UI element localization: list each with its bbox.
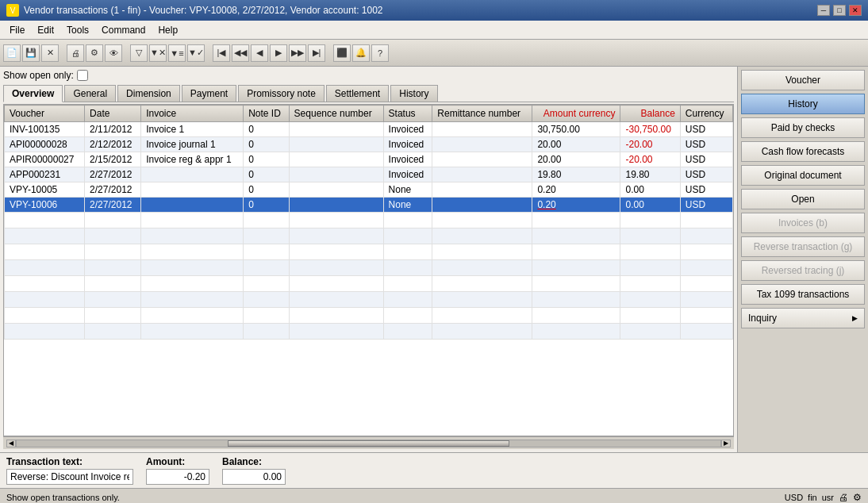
tab-payment[interactable]: Payment [182, 85, 236, 102]
cell-1: 2/11/2012 [85, 122, 141, 137]
scroll-right-btn[interactable]: ▶ [721, 440, 731, 447]
col-status[interactable]: Status [383, 106, 432, 122]
nav-last-btn[interactable]: ▶| [308, 44, 325, 62]
restore-btn[interactable]: □ [833, 5, 846, 16]
nav-next-fast-btn[interactable]: ▶▶ [289, 44, 306, 62]
col-currency[interactable]: Currency [680, 106, 732, 122]
cell-4 [289, 182, 383, 198]
menu-file[interactable]: File [3, 23, 31, 37]
new-btn[interactable]: 📄 [3, 44, 21, 62]
hscroll-thumb[interactable] [228, 440, 509, 447]
tab-settlement[interactable]: Settlement [326, 85, 389, 102]
cash-flow-btn[interactable]: Cash flow forecasts [741, 141, 865, 162]
printer-status-icon[interactable]: 🖨 [839, 492, 848, 503]
col-amount[interactable]: Amount currency [532, 106, 620, 122]
col-balance[interactable]: Balance [620, 106, 680, 122]
help-btn[interactable]: ? [371, 44, 389, 62]
cell-8: -20.00 [620, 152, 680, 167]
left-content: Show open only: Overview General Dimensi… [0, 67, 737, 452]
tax1099-btn[interactable]: Tax 1099 transactions [741, 284, 865, 305]
tab-promissory[interactable]: Promissory note [238, 85, 325, 102]
filter-clear-btn[interactable]: ▼✕ [149, 44, 167, 62]
open-btn[interactable]: Open [741, 189, 865, 209]
col-remit[interactable]: Remittance number [432, 106, 532, 122]
print-preview-btn[interactable]: 👁 [105, 44, 122, 62]
tab-overview[interactable]: Overview [3, 85, 63, 102]
amount-label: Amount: [146, 456, 209, 467]
tab-general[interactable]: General [64, 85, 116, 102]
scroll-left-btn[interactable]: ◀ [6, 440, 16, 447]
settings-status-icon[interactable]: ⚙ [853, 492, 862, 503]
currency-indicator: USD [785, 493, 803, 502]
col-invoice[interactable]: Invoice [141, 106, 244, 122]
menu-command[interactable]: Command [95, 23, 152, 37]
cell-8: 19.80 [620, 167, 680, 182]
minimize-btn[interactable]: ─ [817, 5, 830, 16]
paid-checks-btn[interactable]: Paid by checks [741, 117, 865, 138]
filter-btn[interactable]: ▽ [130, 44, 148, 62]
history-btn[interactable]: History [741, 94, 865, 114]
table-row[interactable] [5, 324, 733, 340]
cell-1: 2/12/2012 [85, 137, 141, 152]
col-date[interactable]: Date [85, 106, 141, 122]
menu-edit[interactable]: Edit [31, 23, 60, 37]
print-btn[interactable]: 🖨 [67, 44, 84, 62]
save-btn[interactable]: 💾 [22, 44, 40, 62]
delete-btn[interactable]: ✕ [41, 44, 59, 62]
close-btn[interactable]: ✕ [849, 5, 862, 16]
table-row[interactable]: VPY-100052/27/20120None0.200.00USD [5, 182, 733, 198]
table-row[interactable]: APP0002312/27/20120Invoiced19.8019.80USD [5, 167, 733, 182]
filter-applied-btn[interactable]: ▼✓ [187, 44, 205, 62]
cell-0: APP000231 [5, 167, 85, 182]
reverse-tx-btn: Reverse transaction (g) [741, 236, 865, 257]
transaction-text-group: Transaction text: [6, 456, 133, 485]
fin-indicator: fin [808, 493, 817, 502]
cell-7: 30,750.00 [532, 122, 620, 137]
cell-3: 0 [244, 198, 289, 213]
table-row[interactable]: VPY-100062/27/20120None0.200.00USD [5, 198, 733, 213]
print-setup-btn[interactable]: ⚙ [86, 44, 103, 62]
transaction-text-input[interactable] [6, 469, 133, 485]
table-row[interactable] [5, 260, 733, 276]
cell-6 [432, 167, 532, 182]
voucher-btn[interactable]: Voucher [741, 70, 865, 90]
tab-dimension[interactable]: Dimension [117, 85, 180, 102]
table-row[interactable] [5, 292, 733, 308]
commit-btn[interactable]: ⬛ [333, 44, 351, 62]
reversed-trace-btn: Reversed tracing (j) [741, 260, 865, 281]
cell-4 [289, 167, 383, 182]
nav-first-btn[interactable]: |◀ [213, 44, 230, 62]
inquiry-btn[interactable]: Inquiry▶ [741, 308, 865, 328]
original-doc-btn[interactable]: Original document [741, 165, 865, 186]
amount-input[interactable] [146, 469, 209, 485]
nav-next-btn[interactable]: ▶ [270, 44, 287, 62]
col-seqnum[interactable]: Sequence number [289, 106, 383, 122]
cell-2: Invoice reg & appr 1 [141, 152, 244, 167]
table-row[interactable] [5, 213, 733, 228]
table-row[interactable]: API000000282/12/2012Invoice journal 10In… [5, 137, 733, 152]
nav-prev-fast-btn[interactable]: ◀◀ [232, 44, 249, 62]
data-table[interactable]: Voucher Date Invoice Note ID Sequence nu… [3, 104, 734, 436]
tab-history[interactable]: History [390, 85, 437, 102]
table-row[interactable] [5, 228, 733, 244]
nav-prev-btn[interactable]: ◀ [251, 44, 268, 62]
menu-tools[interactable]: Tools [60, 23, 95, 37]
hscroll-area[interactable]: ◀ ▶ [3, 436, 734, 449]
alert-btn[interactable]: 🔔 [352, 44, 370, 62]
col-voucher[interactable]: Voucher [5, 106, 85, 122]
cell-5: Invoiced [383, 137, 432, 152]
filter-options-btn[interactable]: ▼≡ [168, 44, 186, 62]
show-open-checkbox[interactable] [77, 70, 88, 81]
table-row[interactable] [5, 308, 733, 324]
balance-input[interactable] [222, 469, 286, 485]
col-noteid[interactable]: Note ID [244, 106, 289, 122]
table-row[interactable] [5, 276, 733, 292]
table-row[interactable]: APIR000000272/15/2012Invoice reg & appr … [5, 152, 733, 167]
menu-help[interactable]: Help [152, 23, 184, 37]
table-row[interactable] [5, 244, 733, 260]
hscroll-track[interactable] [16, 440, 721, 447]
cell-2: Invoice journal 1 [141, 137, 244, 152]
app-icon: V [6, 4, 19, 17]
bottom-fields: Transaction text: Amount: Balance: [0, 452, 868, 488]
table-row[interactable]: INV-1001352/11/2012Invoice 10Invoiced30,… [5, 122, 733, 137]
